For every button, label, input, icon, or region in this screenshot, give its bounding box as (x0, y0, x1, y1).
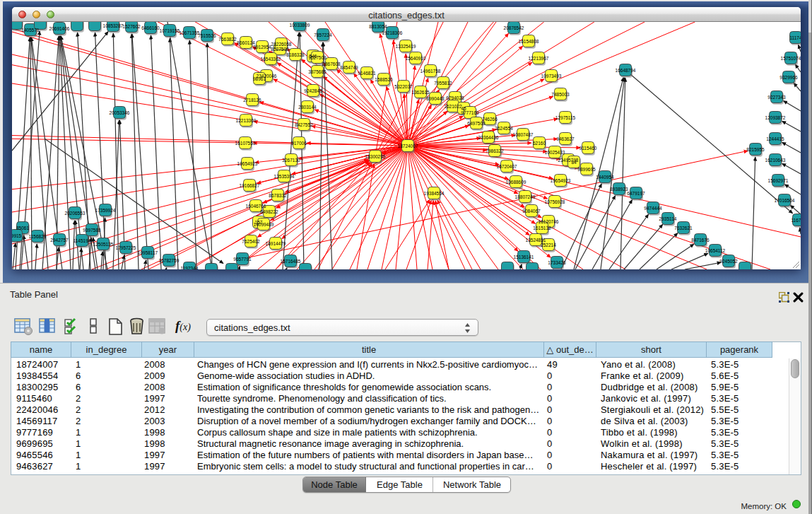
svg-text:9463627: 9463627 (556, 136, 575, 141)
svg-text:16107553: 16107553 (235, 141, 256, 146)
svg-text:15640910: 15640910 (406, 56, 426, 61)
svg-text:12213369: 12213369 (236, 118, 257, 123)
svg-text:1156829: 1156829 (29, 234, 47, 239)
svg-text:7485003: 7485003 (551, 92, 570, 97)
svg-text:10719155: 10719155 (160, 28, 180, 33)
svg-text:1192344: 1192344 (181, 266, 199, 269)
svg-text:10958117: 10958117 (138, 250, 158, 255)
svg-text:2867608: 2867608 (322, 62, 341, 66)
svg-text:10025433: 10025433 (545, 150, 565, 155)
svg-text:8454749: 8454749 (340, 65, 358, 70)
svg-text:10671355: 10671355 (180, 30, 200, 35)
svg-text:16210643: 16210643 (765, 158, 786, 163)
svg-text:7986322: 7986322 (486, 148, 504, 153)
svg-text:7955812: 7955812 (434, 81, 452, 86)
svg-text:1440954: 1440954 (596, 175, 614, 180)
svg-text:1588520: 1588520 (375, 77, 393, 82)
svg-text:9657791: 9657791 (233, 257, 252, 262)
svg-text:2935114: 2935114 (659, 216, 677, 221)
svg-text:12213967: 12213967 (529, 56, 549, 61)
svg-text:9227343: 9227343 (767, 95, 786, 100)
svg-text:13535394: 13535394 (274, 174, 295, 179)
svg-text:15716485: 15716485 (281, 259, 301, 264)
svg-text:8660124: 8660124 (237, 40, 255, 45)
svg-text:2942757: 2942757 (50, 238, 69, 243)
svg-text:9329966: 9329966 (779, 75, 798, 80)
svg-text:9115460: 9115460 (579, 146, 597, 151)
svg-text:9084067: 9084067 (522, 209, 541, 214)
svg-text:17016504: 17016504 (775, 198, 795, 203)
svg-text:10033809: 10033809 (290, 23, 310, 28)
svg-text:9899695: 9899695 (577, 167, 596, 172)
svg-text:17359924: 17359924 (95, 208, 116, 213)
svg-text:11174: 11174 (789, 35, 801, 40)
svg-text:8990448: 8990448 (426, 96, 445, 101)
svg-text:9397588: 9397588 (83, 228, 101, 233)
svg-text:1733426: 1733426 (548, 260, 566, 265)
svg-text:12505135: 12505135 (93, 242, 114, 247)
svg-text:6466160: 6466160 (141, 25, 160, 30)
svg-text:20364436: 20364436 (478, 135, 499, 140)
svg-text:9474444: 9474444 (644, 206, 662, 211)
svg-text:8527508: 8527508 (271, 47, 289, 52)
svg-text:116753: 116753 (791, 218, 801, 223)
svg-text:9777169: 9777169 (461, 110, 479, 115)
svg-text:6794028: 6794028 (446, 95, 464, 100)
svg-text:10756928: 10756928 (545, 199, 565, 204)
svg-text:20691406: 20691406 (49, 26, 70, 31)
svg-text:20053346: 20053346 (110, 110, 130, 115)
svg-text:746266: 746266 (482, 117, 498, 122)
svg-text:19654923: 19654923 (551, 178, 571, 183)
svg-text:13325419: 13325419 (396, 44, 416, 49)
svg-text:8678332: 8678332 (269, 193, 287, 198)
svg-text:10807487: 10807487 (513, 132, 534, 137)
svg-text:19218306: 19218306 (382, 30, 403, 35)
svg-text:15751074: 15751074 (781, 56, 801, 61)
svg-text:9527508: 9527508 (308, 55, 326, 60)
svg-text:15136141: 15136141 (514, 255, 534, 259)
svg-text:16154808: 16154808 (519, 39, 539, 44)
svg-text:17957225: 17957225 (116, 245, 136, 250)
svg-text:9242848: 9242848 (304, 88, 322, 93)
svg-text:7515526: 7515526 (198, 33, 216, 38)
svg-text:1244415: 1244415 (766, 136, 784, 141)
svg-text:6479197: 6479197 (627, 191, 645, 196)
svg-text:9915: 9915 (12, 233, 22, 238)
svg-text:8912954: 8912954 (253, 45, 271, 49)
svg-text:8938923: 8938923 (610, 187, 628, 192)
svg-text:8813054: 8813054 (369, 24, 387, 29)
svg-text:1362615: 1362615 (411, 90, 430, 95)
svg-text:84: 84 (571, 160, 577, 165)
svg-text:7663822: 7663822 (218, 37, 237, 42)
svg-text:14961758: 14961758 (420, 69, 441, 74)
svg-text:12093872: 12093872 (765, 115, 786, 120)
svg-text:3624554: 3624554 (495, 126, 513, 131)
svg-text:6497508: 6497508 (467, 121, 486, 126)
svg-text:10654112: 10654112 (705, 248, 726, 253)
svg-text:3267130: 3267130 (282, 158, 300, 163)
svg-text:7857224: 7857224 (314, 33, 332, 37)
svg-text:2718126: 2718126 (243, 98, 261, 103)
svg-text:1621022: 1621022 (444, 104, 462, 109)
svg-text:7632621: 7632621 (674, 226, 693, 230)
svg-text:16120746: 16120746 (539, 219, 559, 224)
svg-text:85061: 85061 (16, 226, 29, 230)
svg-text:1405571: 1405571 (21, 28, 40, 33)
svg-text:9245052: 9245052 (719, 259, 738, 264)
svg-text:15692971: 15692971 (768, 178, 789, 183)
svg-text:16782759: 16782759 (159, 258, 180, 263)
svg-text:19166827: 19166827 (240, 183, 260, 188)
svg-text:1145194: 1145194 (73, 238, 91, 243)
svg-text:20206553: 20206553 (65, 211, 86, 216)
svg-text:8471676: 8471676 (691, 238, 710, 243)
svg-text:18300295: 18300295 (365, 154, 386, 159)
svg-text:10973493: 10973493 (541, 74, 562, 78)
svg-text:16046766: 16046766 (246, 204, 266, 209)
svg-text:18724007: 18724007 (398, 144, 418, 148)
svg-text:252214: 252214 (541, 243, 556, 247)
svg-text:917006: 917006 (291, 141, 307, 146)
svg-text:16543362: 16543362 (261, 57, 281, 62)
svg-text:2803144: 2803144 (298, 105, 317, 110)
svg-text:9146821: 9146821 (358, 71, 376, 76)
svg-text:12975115: 12975115 (555, 115, 576, 120)
